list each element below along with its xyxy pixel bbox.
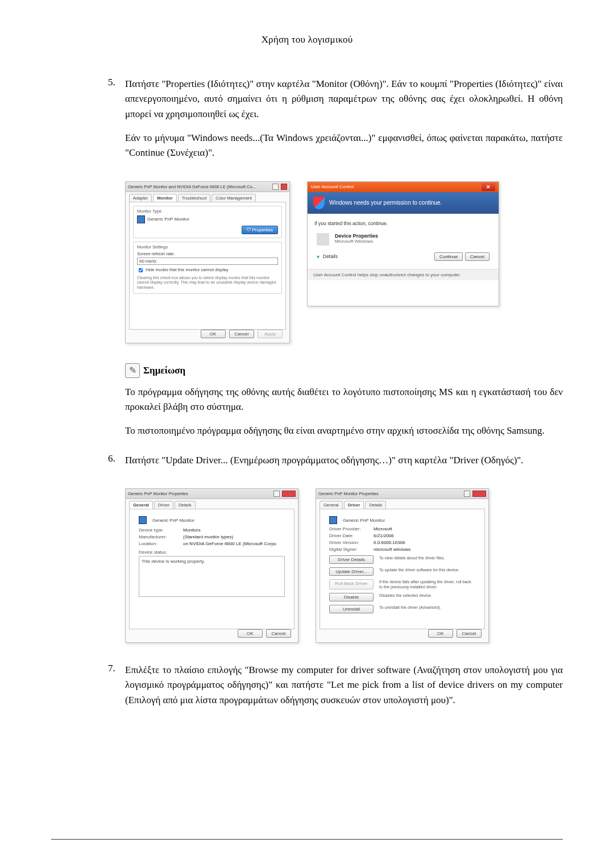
- hide-modes-label: Hide modes that this monitor cannot disp…: [146, 267, 229, 272]
- monitor-name: Generic PnP Monitor: [147, 217, 189, 222]
- driver-details-desc: To view details about the driver files.: [379, 555, 475, 564]
- uninstall-button[interactable]: Uninstall: [329, 605, 374, 613]
- label-location: Location:: [139, 541, 179, 546]
- tab-driver[interactable]: Driver: [344, 501, 364, 509]
- monitor-icon: [137, 215, 145, 223]
- value-digital-signer: microsoft windows: [374, 547, 410, 552]
- uninstall-desc: To uninstall the driver (Advanced).: [379, 605, 475, 613]
- value-location: on NVIDIA GeForce 6600 LE (Microsoft Cor…: [183, 541, 276, 546]
- tab-driver[interactable]: Driver: [154, 501, 173, 509]
- tab-adapter[interactable]: Adapter: [129, 194, 152, 202]
- hide-modes-desc: Clearing this check box allows you to se…: [137, 276, 278, 290]
- step5-para2: Εάν το μήνυμα "Windows needs...(Τα Windo…: [125, 131, 563, 161]
- uac-item-title: Device Properties: [335, 233, 378, 239]
- ok-button[interactable]: OK: [238, 629, 263, 638]
- footer-divider: [51, 839, 563, 840]
- page-title: Χρήση του λογισμικού: [51, 34, 563, 45]
- cancel-button[interactable]: Cancel: [229, 330, 254, 338]
- tab-monitor[interactable]: Monitor: [153, 194, 177, 202]
- uac-title: User Account Control: [311, 184, 354, 189]
- device-status-label: Device status: [139, 550, 285, 555]
- value-driver-date: 6/21/2006: [374, 533, 394, 538]
- monitor-type-label: Monitor Type: [137, 209, 278, 214]
- monitor-icon: [329, 516, 337, 524]
- uac-if-started: If you started this action, continue.: [314, 221, 492, 226]
- label-digital-signer: Digital Signer:: [329, 547, 369, 552]
- shield-icon: [313, 197, 325, 209]
- uac-dialog: User Account Control ✕ Windows needs you…: [307, 181, 499, 306]
- value-manufacturer: (Standard monitor types): [183, 534, 233, 539]
- apply-button[interactable]: Apply: [258, 330, 283, 338]
- tab-troubleshoot[interactable]: Troubleshoot: [178, 194, 211, 202]
- tab-general[interactable]: General: [320, 501, 343, 509]
- ok-button[interactable]: OK: [428, 629, 453, 638]
- cancel-button[interactable]: Cancel: [465, 252, 489, 261]
- disable-button[interactable]: Disable: [329, 593, 374, 601]
- step7-para: Επιλέξτε το πλαίσιο επιλογής "Browse my …: [125, 663, 563, 708]
- note-title: Σημείωση: [143, 365, 185, 376]
- step-number-7: 7.: [108, 663, 125, 717]
- note-para1: Το πρόγραμμα οδήγησης της οθόνης αυτής δ…: [125, 385, 563, 415]
- window-title: Generic PnP Monitor and NVIDIA GeForce 6…: [128, 184, 270, 189]
- step6-para: Πατήστε "Update Driver... (Ενημέρωση προ…: [125, 453, 524, 468]
- refresh-rate-dropdown[interactable]: 60 Hertz: [137, 258, 278, 265]
- help-icon[interactable]: [273, 491, 280, 497]
- monitor-properties-window: Generic PnP Monitor and NVIDIA GeForce 6…: [125, 181, 290, 343]
- cancel-button[interactable]: Cancel: [457, 629, 482, 638]
- close-icon[interactable]: [472, 491, 486, 497]
- label-device-type: Device type:: [139, 528, 179, 533]
- value-driver-provider: Microsoft: [374, 526, 392, 531]
- window-title: Generic PnP Monitor Properties: [128, 491, 271, 496]
- label-manufacturer: Manufacturer:: [139, 534, 179, 539]
- device-status-text: This device is working properly.: [139, 556, 285, 597]
- refresh-rate-label: Screen refresh rate:: [137, 251, 278, 256]
- update-driver-button[interactable]: Update Driver...: [329, 567, 374, 576]
- details-link[interactable]: Details: [323, 254, 338, 259]
- step-number-6: 6.: [108, 453, 125, 477]
- hide-modes-checkbox[interactable]: [139, 268, 143, 272]
- label-driver-date: Driver Date:: [329, 533, 369, 538]
- cancel-button[interactable]: Cancel: [266, 629, 291, 638]
- note-icon: ✎: [125, 363, 140, 378]
- ok-button[interactable]: OK: [201, 330, 226, 338]
- monitor-icon: [139, 516, 147, 524]
- uac-banner-text: Windows needs your permission to continu…: [329, 200, 442, 206]
- close-icon[interactable]: [281, 184, 287, 190]
- rollback-driver-desc: If the device fails after updating the d…: [379, 579, 475, 589]
- step5-para1: Πατήστε "Properties (Ιδιότητες)" στην κα…: [125, 77, 563, 122]
- monitor-settings-label: Monitor Settings: [137, 244, 278, 250]
- window-title: Generic PnP Monitor Properties: [318, 491, 462, 496]
- driver-properties-driver: Generic PnP Monitor Properties General D…: [316, 488, 489, 643]
- tab-details[interactable]: Details: [175, 501, 196, 509]
- tab-color-management[interactable]: Color Management: [211, 194, 256, 202]
- label-driver-version: Driver Version:: [329, 540, 369, 545]
- help-icon[interactable]: [464, 491, 470, 497]
- close-icon[interactable]: [282, 491, 296, 497]
- disable-desc: Disables the selected device.: [379, 593, 475, 601]
- help-icon[interactable]: [272, 184, 279, 190]
- driver-properties-general: Generic PnP Monitor Properties General D…: [125, 488, 298, 643]
- tab-general[interactable]: General: [129, 501, 153, 509]
- device-name: Generic PnP Monitor: [152, 518, 194, 523]
- value-device-type: Monitors: [183, 528, 201, 533]
- driver-details-button[interactable]: Driver Details: [329, 555, 374, 564]
- uac-footer-text: User Account Control helps stop unauthor…: [308, 269, 499, 280]
- chevron-down-icon[interactable]: ▾: [317, 254, 320, 260]
- step-number-5: 5.: [108, 77, 125, 170]
- rollback-driver-button[interactable]: Roll Back Driver: [329, 579, 374, 589]
- close-icon[interactable]: ✕: [482, 183, 495, 191]
- properties-button[interactable]: Properties: [242, 226, 278, 234]
- label-driver-provider: Driver Provider:: [329, 526, 369, 531]
- tab-details[interactable]: Details: [365, 501, 386, 509]
- value-driver-version: 6.0.6000.16386: [374, 540, 405, 545]
- continue-button[interactable]: Continue: [434, 252, 463, 261]
- uac-item-sub: Microsoft Windows: [335, 239, 378, 244]
- tabs: Adapter Monitor Troubleshoot Color Manag…: [126, 192, 289, 202]
- device-name: Generic PnP Monitor: [343, 518, 385, 523]
- note-para2: Το πιστοποιημένο πρόγραμμα οδήγησης θα ε…: [125, 423, 563, 438]
- update-driver-desc: To update the driver software for this d…: [379, 567, 475, 576]
- program-icon: [317, 233, 329, 246]
